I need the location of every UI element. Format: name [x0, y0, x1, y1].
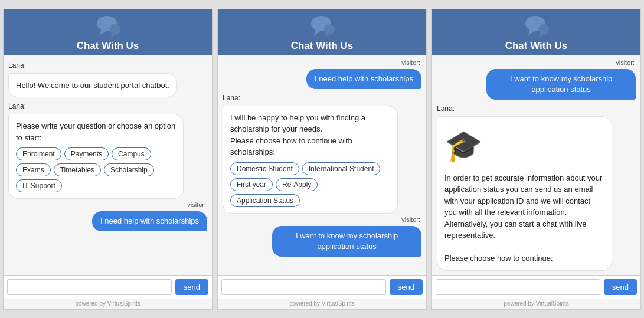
chat-widgets-container: Chat With Us Lana: Hello! Welcome to our… [3, 9, 641, 310]
option-enrolment[interactable]: Enrolment [16, 147, 61, 160]
chat-bubble-icon-3 [524, 14, 550, 38]
chat-input-1[interactable] [7, 279, 172, 295]
bot-message-3: 🎓 In order to get accurate information a… [437, 116, 612, 271]
option-reapply[interactable]: Re-Apply [276, 178, 318, 191]
svg-point-10 [538, 24, 549, 35]
powered-by-2: powered by VirtualSpirits [218, 299, 426, 309]
svg-marker-3 [111, 34, 116, 38]
visitor-label-3: visitor: [437, 59, 636, 66]
option-timetables[interactable]: Timetables [54, 163, 101, 176]
option-exams[interactable]: Exams [16, 163, 51, 176]
bot-message-1a: Hello! Welcome to our student portal cha… [8, 73, 177, 98]
lana-label-2: Lana: [223, 94, 421, 102]
chat-widget-3: Chat With Us visitor: I want to know my … [431, 9, 641, 310]
chat-footer-2: send [218, 275, 426, 299]
chat-messages-1: Lana: Hello! Welcome to our student port… [4, 55, 212, 275]
chat-header-2: Chat With Us [218, 9, 426, 55]
bot-message-1b: Please write your question or choose an … [8, 114, 184, 199]
visitor-message-2b: I want to know my scholarship applicatio… [272, 226, 421, 257]
send-button-1[interactable]: send [175, 279, 208, 295]
lana-label-1b: Lana: [8, 102, 207, 110]
visitor-message-3: I want to know my scholarship applicatio… [486, 69, 636, 100]
svg-marker-11 [540, 34, 544, 38]
chat-messages-3: visitor: I want to know my scholarship a… [432, 55, 640, 275]
chat-widget-1: Chat With Us Lana: Hello! Welcome to our… [3, 9, 213, 310]
visitor-label-2b: visitor: [223, 216, 421, 223]
chat-footer-3: send [432, 275, 640, 299]
powered-by-1: powered by VirtualSpirits [4, 299, 212, 309]
bot-message-2: I will be happy to help you with finding… [223, 106, 398, 214]
chat-title-1: Chat With Us [77, 40, 139, 52]
chat-bubble-icon-1 [95, 14, 121, 38]
chat-input-3[interactable] [436, 279, 600, 295]
chat-widget-2: Chat With Us visitor: I need help with s… [217, 9, 427, 310]
chat-bubble-icon-2 [309, 14, 335, 38]
powered-by-3: powered by VirtualSpirits [432, 299, 640, 309]
chat-footer-1: send [4, 275, 212, 299]
lana-label-1a: Lana: [8, 61, 207, 70]
lana-label-3: Lana: [437, 104, 636, 113]
send-button-2[interactable]: send [390, 279, 423, 295]
chat-messages-2: visitor: I need help with scholarships L… [218, 55, 426, 275]
visitor-label-2a: visitor: [223, 59, 421, 66]
option-first-year[interactable]: First year [230, 178, 273, 191]
chat-header-3: Chat With Us [432, 9, 640, 55]
option-app-status[interactable]: Application Status [230, 194, 300, 207]
option-campus[interactable]: Campus [112, 147, 151, 160]
graduation-cap-icon: 🎓 [444, 123, 604, 169]
chat-title-2: Chat With Us [291, 40, 354, 52]
svg-marker-7 [325, 34, 330, 38]
send-button-3[interactable]: send [604, 279, 637, 295]
chat-input-2[interactable] [221, 279, 386, 295]
svg-point-2 [110, 24, 120, 35]
chat-title-3: Chat With Us [505, 40, 568, 52]
chat-header-1: Chat With Us [4, 9, 212, 55]
svg-point-6 [324, 24, 335, 35]
visitor-message-1: I need help with scholarships [92, 211, 207, 231]
option-it-support[interactable]: IT Support [16, 179, 62, 192]
bot-options-2: Domestic Student International Student F… [230, 162, 390, 207]
visitor-message-2a: I need help with scholarships [306, 69, 421, 89]
option-scholarship[interactable]: Scholarship [104, 163, 154, 176]
bot-options-1: Enrolment Payments Campus Exams Timetabl… [16, 147, 176, 192]
option-domestic[interactable]: Domestic Student [230, 162, 299, 175]
option-international[interactable]: International Student [302, 162, 381, 175]
visitor-label-1: visitor: [8, 201, 207, 208]
option-payments[interactable]: Payments [64, 147, 109, 160]
